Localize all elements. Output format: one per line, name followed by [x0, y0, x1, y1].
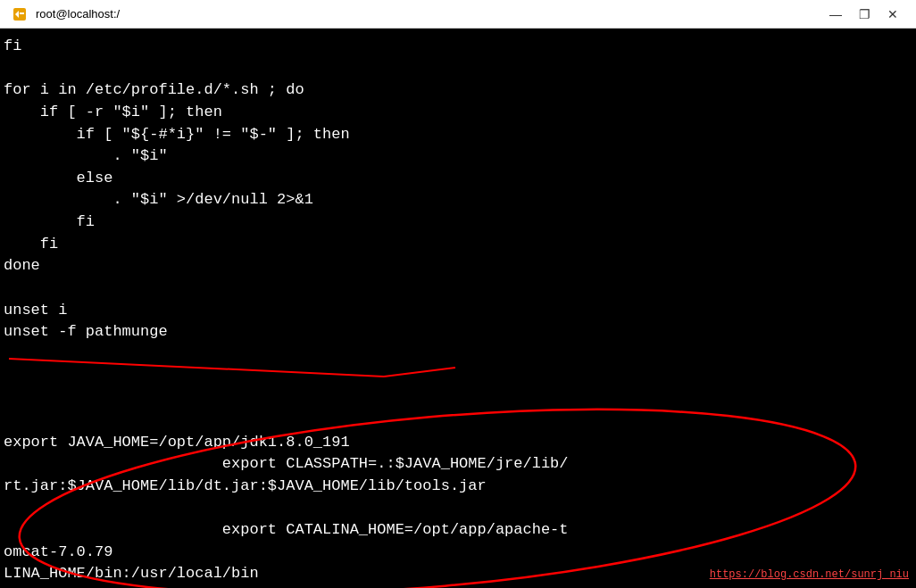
window-title: root@localhost:/ — [36, 7, 823, 21]
close-button[interactable]: ✕ — [880, 4, 905, 24]
terminal-window: root@localhost:/ — ❐ ✕ fi for i in /etc/… — [0, 0, 916, 588]
restore-button[interactable]: ❐ — [852, 4, 877, 24]
watermark: https://blog.csdn.net/sunrj_niu — [710, 568, 909, 581]
terminal-output: fi for i in /etc/profile.d/*.sh ; do if … — [4, 36, 912, 588]
terminal-content[interactable]: fi for i in /etc/profile.d/*.sh ; do if … — [0, 29, 916, 588]
titlebar: root@localhost:/ — ❐ ✕ — [0, 0, 916, 29]
minimize-button[interactable]: — — [823, 4, 848, 24]
window-controls: — ❐ ✕ — [823, 4, 905, 24]
app-icon — [11, 5, 29, 23]
svg-rect-2 — [20, 12, 24, 14]
